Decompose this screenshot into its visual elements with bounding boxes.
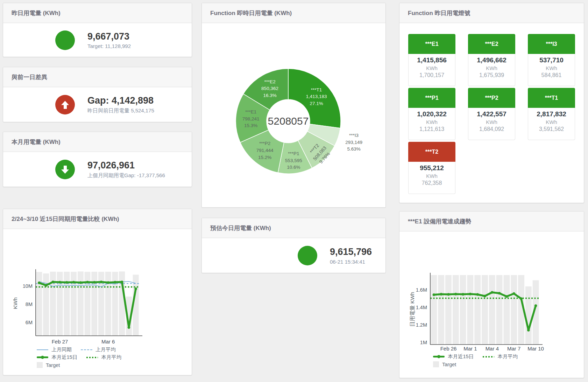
y-tick-label: 1.2M	[416, 322, 427, 328]
series-point	[134, 287, 137, 290]
light-tile-p1: ***P1 1,020,322KWh1,121,613	[408, 88, 455, 138]
arrow-down-icon	[55, 160, 75, 179]
tile-unit: KWh	[409, 65, 455, 71]
series-point	[462, 293, 465, 296]
panel-yesterday-usage: 昨日用電量 (KWh) 9,667,073 Target: 11,128,992	[3, 3, 192, 57]
tile-value: 1,422,557	[468, 110, 515, 118]
light-tile-i3: ***I3 537,710KWh584,861	[528, 34, 575, 84]
series-point	[128, 326, 130, 329]
panel-title-estimate[interactable]: 預估今日用電量 (KWh)	[202, 218, 385, 238]
target-bar	[503, 275, 510, 345]
donut-slice-label: ***P2791,44415.2%	[242, 140, 288, 161]
legend-label: 本月平均	[101, 354, 121, 361]
panel-title-gap[interactable]: 與前一日差異	[3, 67, 192, 87]
panel-estimate-today: 預估今日用電量 (KWh) 9,615,796 06-21 15:34:41	[201, 218, 386, 273]
target-bar	[467, 275, 473, 345]
panel-title-month[interactable]: 本月用電量 (KWh)	[3, 132, 192, 152]
stat-subtitle: 上個月同期用電Gap: -17,377,566	[87, 172, 165, 179]
tile-label: ***P1	[408, 88, 455, 108]
legend-item[interactable]: 本月近15日	[37, 354, 77, 361]
tile-secondary: 1,700,157	[409, 72, 455, 78]
tile-label: ***T2	[408, 142, 455, 162]
legend-item[interactable]: Target	[433, 361, 456, 367]
legend-thick-icon	[433, 355, 445, 358]
arrow-stem	[64, 166, 67, 169]
legend-label: 本月平均	[497, 353, 518, 360]
status-circle-icon	[55, 30, 75, 50]
arrow-head	[61, 169, 69, 174]
series-point	[454, 293, 457, 296]
stat-subtitle: 昨日與前日用電量 5,524,175	[87, 107, 154, 114]
status-circle-icon	[298, 246, 317, 265]
tile-unit: KWh	[409, 173, 455, 179]
x-tick-label: Feb 27	[52, 339, 68, 345]
light-tile-t1: ***T1 2,817,832KWh3,591,562	[528, 88, 575, 138]
series-point	[520, 297, 523, 300]
target-bar	[445, 275, 452, 345]
target-bar	[431, 275, 437, 345]
panel-title-donut[interactable]: Function 即時日用電量 (KWh)	[202, 3, 385, 23]
stat-subtitle: Target: 11,128,992	[87, 43, 131, 49]
light-tile-e2: ***E2 1,496,662KWh1,675,939	[468, 34, 515, 84]
tile-secondary: 1,684,092	[468, 126, 515, 132]
stat-text: 9,615,796 06-21 15:34:41	[330, 246, 372, 264]
panel-title-yesterday[interactable]: 昨日用電量 (KWh)	[3, 3, 192, 23]
x-tick-label: Mar 1	[463, 346, 477, 352]
stat-subtitle: 06-21 15:34:41	[330, 259, 372, 265]
series-point	[534, 304, 537, 307]
legend-thick-dot	[41, 356, 44, 359]
series-point	[121, 280, 123, 283]
panel-month-usage: 本月用電量 (KWh) 97,026,961 上個月同期用電Gap: -17,3…	[3, 132, 192, 187]
legend-bars-icon	[37, 362, 43, 368]
legend-item[interactable]: 本月平均	[483, 353, 518, 360]
y-tick-label: 1.6M	[416, 287, 427, 293]
legend-thick-dot	[437, 355, 440, 358]
x-tick-label: Mar 7	[507, 346, 520, 352]
stat-value: 9,615,796	[330, 246, 372, 257]
panel-e1-trend: ***E1 設備用電達成趨勢 1M1.2M1.4M1.6MFeb 26Mar 1…	[399, 211, 584, 378]
donut-slice-label: ***P1553,59510.6%	[271, 150, 316, 171]
target-bar	[482, 275, 488, 345]
target-bar	[460, 275, 466, 345]
target-bar	[496, 275, 503, 345]
x-tick-label: Mar 6	[101, 339, 115, 345]
donut-slice-label: ***T11,413,18327.1%	[294, 86, 339, 107]
panel-title-lights[interactable]: Function 昨日用電燈號	[399, 3, 584, 23]
series-point	[93, 281, 96, 284]
tile-unit: KWh	[528, 65, 575, 71]
target-bar	[78, 271, 84, 336]
tile-unit: KWh	[528, 119, 575, 125]
legend-item[interactable]: 本月平均	[86, 354, 121, 361]
panel-compare-15days: 2/24~3/10 近15日同期用電量比較 (KWh) 6M8M10MFeb 2…	[3, 209, 192, 375]
tile-secondary: 1,675,939	[468, 72, 515, 78]
donut-chart: ***T11,413,18327.1%***I3293,1495.63%***T…	[202, 23, 385, 208]
panel-title-compare[interactable]: 2/24~3/10 近15日同期用電量比較 (KWh)	[3, 209, 192, 229]
legend-label: Target	[46, 362, 60, 368]
e1-trend-legend: 本月近15日本月平均Target	[399, 353, 584, 368]
target-bar	[489, 275, 495, 345]
stat-text: 9,667,073 Target: 11,128,992	[87, 31, 131, 49]
legend-label: 上月同期	[51, 346, 72, 353]
legend-item[interactable]: 上月同期	[37, 346, 72, 353]
donut-slice-label: ***E2850,36216.3%	[247, 78, 293, 99]
legend-row: Target	[37, 362, 192, 368]
series-point	[527, 329, 530, 332]
series-point	[45, 284, 48, 287]
stat-text: Gap: 4,142,898 昨日與前日用電量 5,524,175	[87, 95, 154, 114]
x-tick-label: Feb 26	[440, 346, 457, 352]
legend-item[interactable]: Target	[37, 362, 60, 368]
series-point	[483, 295, 486, 298]
y-tick-label: 6M	[26, 320, 33, 325]
series-point	[505, 295, 508, 298]
panel-title-e1-trend[interactable]: ***E1 設備用電達成趨勢	[399, 211, 584, 231]
series-point	[433, 293, 435, 296]
series-point	[58, 281, 61, 284]
y-axis-label: KWh	[12, 297, 18, 309]
arrow-stem	[64, 105, 67, 109]
tile-label: ***E1	[408, 34, 455, 54]
tile-unit: KWh	[468, 119, 515, 125]
legend-item[interactable]: 本月近15日	[433, 353, 474, 360]
series-point	[65, 281, 68, 284]
legend-item[interactable]: 上月平均	[81, 346, 116, 353]
y-tick-label: 10M	[23, 283, 33, 289]
